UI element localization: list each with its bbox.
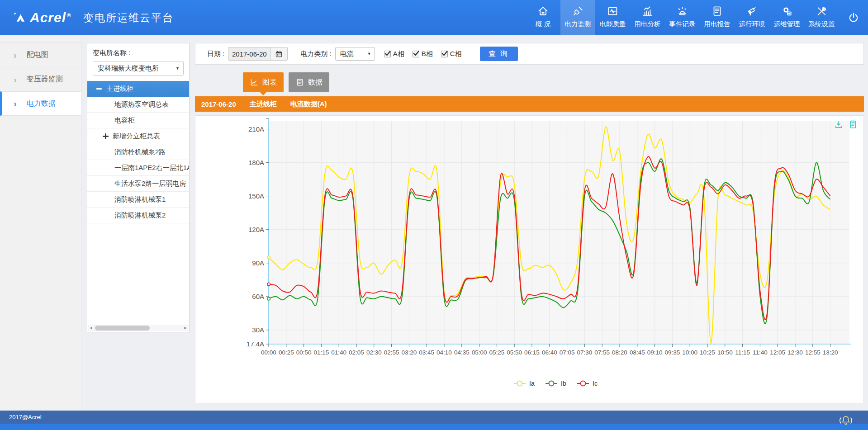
tree-node-6[interactable]: 一层南1APE2右一层北1APE1左 [87,160,189,176]
tree-node-9[interactable]: 消防喷淋机械泵2 [87,208,189,223]
series-marker-Ib [267,298,270,300]
tab-chart[interactable]: 图表 [243,72,284,92]
collapse-minus-icon[interactable] [96,88,102,90]
phase-label: B相 [422,50,433,58]
plug-icon [572,5,584,17]
checkbox-icon[interactable] [441,51,448,57]
legend-item-Ic[interactable]: Ic [577,380,598,387]
app-header: Acrel® 变电所运维云平台 概 况电力监测电能质量用电分析事件记录用电报告运… [0,0,868,35]
tools-icon [816,5,828,17]
chevron-down-icon: ▼ [175,66,180,71]
checkbox-icon[interactable] [413,51,419,57]
x-tick-label: 09:10 [647,349,663,356]
tree-node-4[interactable]: 新增分立柜总表 [87,128,189,144]
logo-area: Acrel® 变电所运维云平台 [0,0,174,35]
tab-label: 图表 [262,78,277,87]
station-name-label: 变电所名称 : [93,49,184,57]
phase-checkbox-B相[interactable]: B相 [413,50,433,58]
calendar-icon [275,50,283,58]
tree-node-8[interactable]: 消防喷淋机械泵1 [87,192,189,208]
view-tabs: 图表数据 [243,72,334,92]
y-tick-label: 150A [248,192,264,200]
tree-node-label: 地源热泵空调总表 [114,100,169,109]
nav-item-5[interactable]: 事件记录 [665,0,700,35]
tree-node-label: 一层南1APE2右一层北1APE1左 [114,164,189,172]
report-icon [711,5,723,17]
tree-node-1[interactable]: 主进线柜 [87,81,189,97]
logo-text: Acrel® [30,10,71,25]
checkbox-icon[interactable] [384,51,391,57]
scrollbar-thumb[interactable] [95,326,150,331]
nav-item-3[interactable]: 电能质量 [595,0,630,35]
home-icon [537,5,549,17]
series-marker-Ic [267,283,270,285]
x-tick-label: 03:20 [402,349,417,356]
sidebar-item-2[interactable]: ›变压器监测 [0,67,81,91]
nav-item-label: 电能质量 [600,20,626,28]
date-input[interactable]: 2017-06-20 [228,47,270,61]
registered-mark: ® [67,12,71,19]
tree-node-7[interactable]: 生活水泵2路一层弱电房 [87,176,189,192]
x-tick-label: 03:45 [419,349,434,356]
data-tab-icon [295,78,304,87]
x-tick-label: 12:30 [787,349,803,356]
scroll-left-arrow-icon[interactable]: ◄ [88,325,94,331]
nav-item-label: 用电分析 [635,20,661,28]
export-report-icon[interactable] [848,119,858,129]
tree-node-5[interactable]: 消防栓机械泵2路 [87,144,189,160]
tab-data[interactable]: 数据 [289,72,329,92]
current-line-chart[interactable]: 17.4A30A60A90A120A150A180A210A00:0000:25… [195,116,863,403]
page-title: 变电所运维云平台 [83,11,174,25]
phase-checkbox-A相[interactable]: A相 [384,50,404,58]
sidebar-item-label: 变压器监测 [27,75,63,84]
calendar-button[interactable] [270,47,288,61]
info-date: 2017-06-20 [201,100,236,108]
power-icon [848,12,859,24]
sidebar-item-label: 配电图 [27,50,48,60]
station-select[interactable]: 安科瑞新大楼变电所 ▼ [93,61,184,76]
y-tick-label: 210A [248,125,264,133]
copyright-text: 2017@Acrel [9,414,42,421]
x-tick-label: 07:05 [560,349,575,356]
scroll-right-arrow-icon[interactable]: ► [182,325,189,331]
phase-checkbox-C相[interactable]: C相 [441,50,462,58]
power-category-value: 电流 [340,50,354,58]
nav-item-2[interactable]: 电力监测 [560,0,595,35]
query-button[interactable]: 查 询 [480,47,518,61]
nav-item-1[interactable]: 概 况 [526,0,560,35]
nav-item-label: 运行环境 [739,20,765,28]
nav-item-6[interactable]: 用电报告 [700,0,735,35]
logout-power-button[interactable] [839,0,868,35]
download-icon[interactable] [834,119,844,129]
expand-plus-icon[interactable] [103,133,109,139]
tree-node-3[interactable]: 电容柜 [87,113,189,128]
tree-node-2[interactable]: 地源热泵空调总表 [87,97,189,113]
nav-item-7[interactable]: 运行环境 [735,0,769,35]
x-tick-label: 00:50 [296,349,312,356]
tree-horizontal-scrollbar[interactable]: ◄ ► [88,325,189,331]
svg-text:Ib: Ib [561,380,566,387]
x-tick-label: 07:55 [594,349,610,356]
y-tick-label: 30A [252,326,264,334]
legend-item-Ib[interactable]: Ib [545,380,566,387]
x-tick-label: 05:50 [507,349,522,356]
alarm-icon [676,5,688,17]
sidebar-item-1[interactable]: ›配电图 [0,43,81,67]
x-tick-label: 00:25 [279,349,294,356]
notification-bell-button[interactable] [838,413,854,428]
nav-item-label: 概 况 [536,20,550,28]
sidebar-item-3[interactable]: ›电力数据 [0,91,81,116]
nav-item-label: 电力监测 [565,20,591,28]
x-tick-label: 00:00 [261,349,276,356]
tree-node-label: 消防喷淋机械泵2 [114,211,166,220]
legend-item-Ia[interactable]: Ia [514,380,535,387]
tree-node-label: 生活水泵2路一层弱电房 [114,180,186,188]
analysis-icon [641,5,654,17]
nav-item-9[interactable]: 系统设置 [804,0,839,35]
nav-item-4[interactable]: 用电分析 [630,0,665,35]
x-tick-label: 13:20 [823,349,838,356]
nav-item-8[interactable]: 运维管理 [769,0,804,35]
scrollbar-track[interactable] [94,325,182,331]
y-tick-label: 180A [248,159,264,166]
power-category-select[interactable]: 电流 ▼ [335,47,375,61]
